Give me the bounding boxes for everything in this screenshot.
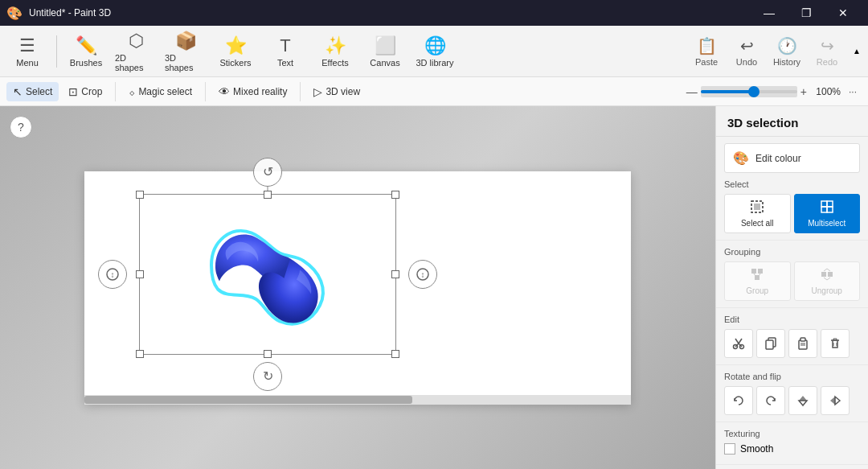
redo-button[interactable]: ↪ Redo xyxy=(809,29,845,74)
edit-colour-button[interactable]: 🎨 Edit colour xyxy=(724,143,860,173)
edit-tool-row xyxy=(724,329,860,358)
handle-bottom-left[interactable] xyxy=(136,350,144,358)
shapes-2d-icon: ⬡ xyxy=(129,31,144,51)
svg-rect-10 xyxy=(751,269,756,274)
canvas-button[interactable]: ⬜ Canvas xyxy=(361,29,409,74)
stickers-button[interactable]: ⭐ Stickers xyxy=(211,29,260,74)
shapes-3d-button[interactable]: 📦 3D shapes xyxy=(162,29,210,74)
zoom-in-icon[interactable]: + xyxy=(800,85,807,98)
group-icon xyxy=(750,267,764,285)
text-icon: T xyxy=(280,35,290,56)
right-panel: 3D selection 🎨 Edit colour Select Select… xyxy=(715,106,868,469)
mixed-reality-button[interactable]: 👁 Mixed reality xyxy=(212,82,293,101)
handle-middle-right[interactable] xyxy=(391,270,399,278)
toolbar-expand-button[interactable]: ▲ xyxy=(849,42,865,61)
handle-top-right[interactable] xyxy=(391,191,399,199)
zoom-out-icon[interactable]: — xyxy=(686,85,698,98)
help-button[interactable]: ? xyxy=(10,116,32,138)
copy-button[interactable] xyxy=(756,329,785,358)
select-subtool-button[interactable]: ↖ Select xyxy=(6,82,59,101)
copy-icon xyxy=(764,337,777,350)
title-bar-controls: — ❐ ✕ xyxy=(751,0,862,26)
zoom-more-button[interactable]: ··· xyxy=(844,83,862,101)
grouping-btn-row: Group Ungroup xyxy=(724,261,860,301)
svg-rect-8 xyxy=(821,207,827,212)
rotate-left-button[interactable] xyxy=(724,386,753,415)
ungroup-button[interactable]: Ungroup xyxy=(794,261,861,301)
delete-button[interactable] xyxy=(821,329,850,358)
close-button[interactable]: ✕ xyxy=(825,0,862,26)
cut-button[interactable] xyxy=(724,329,753,358)
svg-rect-9 xyxy=(827,207,833,212)
select-all-button[interactable]: Select all xyxy=(724,194,791,233)
title-bar: 🎨 Untitled* - Paint 3D — ❐ ✕ xyxy=(0,0,868,26)
scrollbar-thumb[interactable] xyxy=(84,396,412,404)
texturing-label: Texturing xyxy=(724,429,860,438)
select-section-label: Select xyxy=(724,179,860,189)
smooth-checkbox-row: Smooth xyxy=(724,443,860,455)
rotate-flip-section: Rotate and flip xyxy=(716,365,868,422)
svg-rect-7 xyxy=(827,201,833,207)
sub-separator-2 xyxy=(205,82,206,101)
svg-line-20 xyxy=(739,339,742,344)
paste-button[interactable]: 📋 Paste xyxy=(688,29,725,74)
shapes-2d-button[interactable]: ⬡ 2D shapes xyxy=(112,29,160,74)
effects-button[interactable]: ✨ Effects xyxy=(311,29,359,74)
group-button[interactable]: Group xyxy=(724,261,791,301)
handle-bottom-right[interactable] xyxy=(391,350,399,358)
brushes-icon: ✏️ xyxy=(76,35,97,56)
handle-middle-left[interactable] xyxy=(136,270,144,278)
flip-horizontal-button[interactable] xyxy=(821,386,850,415)
magic-select-button[interactable]: ⬦ Magic select xyxy=(122,82,199,101)
canvas-icon: ⬜ xyxy=(375,35,396,56)
flip-vertical-icon xyxy=(796,394,809,407)
undo-button[interactable]: ↩ Undo xyxy=(728,29,765,74)
handle-top-middle[interactable] xyxy=(264,191,272,199)
brushes-label: Brushes xyxy=(70,58,102,68)
undo-label: Undo xyxy=(736,57,757,67)
history-button[interactable]: 🕐 History xyxy=(768,29,805,74)
maximize-button[interactable]: ❐ xyxy=(788,0,825,26)
text-button[interactable]: T Text xyxy=(261,29,309,74)
edit-section: Edit xyxy=(716,308,868,365)
menu-button[interactable]: ☰ Menu xyxy=(3,29,51,74)
view-3d-label: 3D view xyxy=(326,86,360,97)
select-btn-row: Select all Multiselect xyxy=(724,194,860,233)
handle-bottom-middle[interactable] xyxy=(264,350,272,358)
texturing-section: Texturing Smooth xyxy=(716,422,868,465)
crop-button[interactable]: ⊡ Crop xyxy=(62,82,108,101)
scrollbar[interactable] xyxy=(84,395,631,405)
toolbar-right: 📋 Paste ↩ Undo 🕐 History ↪ Redo ▲ xyxy=(688,29,865,74)
3d-object[interactable] xyxy=(171,208,364,339)
rotate-flip-label: Rotate and flip xyxy=(724,372,860,381)
edit-label: Edit xyxy=(724,315,860,324)
select-all-label: Select all xyxy=(741,219,774,228)
paste-edit-button[interactable] xyxy=(788,329,817,358)
multiselect-button[interactable]: Multiselect xyxy=(794,194,861,233)
app-title: Untitled* - Paint 3D xyxy=(29,7,111,19)
grouping-label: Grouping xyxy=(724,247,860,257)
main-area: ? ↺ ↕ ↕ xyxy=(0,106,868,469)
view-3d-button[interactable]: ▷ 3D view xyxy=(307,82,366,101)
tilt-handle-right[interactable]: ↕ xyxy=(408,260,437,289)
svg-rect-13 xyxy=(821,272,826,277)
cut-icon xyxy=(732,337,745,350)
handle-top-left[interactable] xyxy=(136,191,144,199)
tilt-handle-left[interactable]: ↕ xyxy=(98,260,127,289)
toolbar-separator-1 xyxy=(56,35,57,68)
zoom-slider[interactable] xyxy=(701,86,797,97)
zoom-thumb[interactable] xyxy=(748,86,760,97)
mixed-reality-label: Mixed reality xyxy=(233,86,287,97)
library-button[interactable]: 🌐 3D library xyxy=(411,29,459,74)
multiselect-label: Multiselect xyxy=(808,219,845,228)
minimize-button[interactable]: — xyxy=(751,0,788,26)
svg-rect-22 xyxy=(766,340,773,349)
rotation-handle-bottom[interactable]: ↻ xyxy=(253,362,282,391)
svg-rect-6 xyxy=(821,201,827,207)
svg-rect-14 xyxy=(828,272,833,277)
flip-vertical-button[interactable] xyxy=(788,386,817,415)
rotate-right-button[interactable] xyxy=(756,386,785,415)
brushes-button[interactable]: ✏️ Brushes xyxy=(62,29,110,74)
rotation-handle-top[interactable]: ↺ xyxy=(253,158,282,187)
smooth-checkbox[interactable] xyxy=(724,443,735,455)
